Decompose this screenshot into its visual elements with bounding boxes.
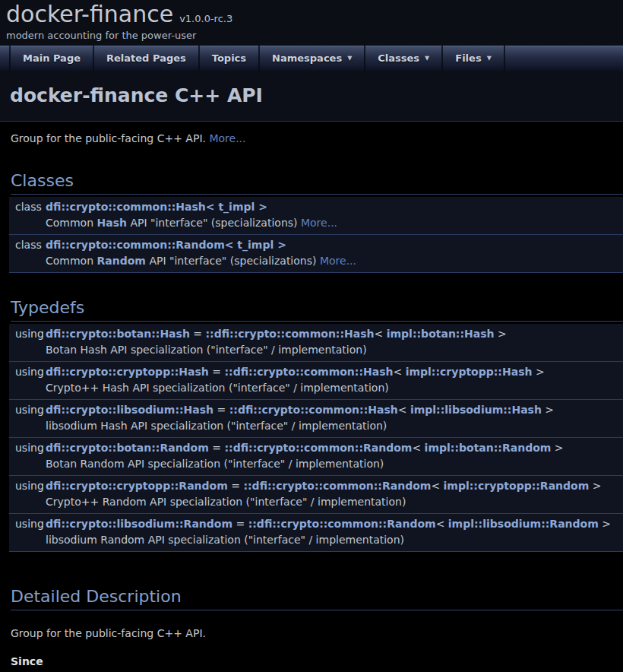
member-keyword: using xyxy=(9,362,46,381)
typedef-target-link[interactable]: ::dfi::crypto::common::Random xyxy=(248,518,436,530)
project-version: v1.0.0-rc.3 xyxy=(179,13,232,24)
nav-tab-classes[interactable]: Classes ▼ xyxy=(365,46,443,71)
more-link[interactable]: More... xyxy=(301,217,337,229)
typedef-tparam-link[interactable]: impl::libsodium::Hash xyxy=(410,404,542,416)
typedef-row: using dfi::crypto::cryptopp::Hash = ::df… xyxy=(9,362,623,381)
nav-tab-label: Namespaces xyxy=(272,52,342,64)
typedef-target-link[interactable]: ::dfi::crypto::common::Hash xyxy=(229,404,398,416)
typedef-tparam-link[interactable]: impl::botan::Hash xyxy=(387,328,495,340)
project-name-row: docker-financev1.0.0-rc.3 xyxy=(6,1,623,27)
since-section: Since docker-finance 1.0.0 xyxy=(11,655,623,672)
typedef-description: libsodium Random API specialization ("in… xyxy=(46,532,623,552)
chevron-down-icon: ▼ xyxy=(487,55,492,62)
typedef-desc-row: Crypto++ Hash API specialization ("inter… xyxy=(9,380,623,400)
class-description: Common Random API "interface" (specializ… xyxy=(46,253,623,273)
contents: Group for the public-facing C++ API. Mor… xyxy=(0,122,623,672)
typedef-description: libsodium Hash API specialization ("inte… xyxy=(46,418,623,438)
class-name-link[interactable]: dfi::crypto::common::Hash< t_impl > xyxy=(46,201,267,213)
nav-tab-related-pages[interactable]: Related Pages xyxy=(94,46,200,71)
typedef-row: using dfi::crypto::botan::Hash = ::dfi::… xyxy=(9,324,623,342)
typedef-name-link[interactable]: dfi::crypto::botan::Random xyxy=(46,442,209,454)
masthead: docker-financev1.0.0-rc.3 modern account… xyxy=(0,0,623,46)
class-desc-link[interactable]: Hash xyxy=(97,217,127,229)
chevron-down-icon: ▼ xyxy=(347,55,352,62)
member-keyword: using xyxy=(9,476,46,495)
typedef-row: using dfi::crypto::botan::Random = ::dfi… xyxy=(9,438,623,457)
more-link[interactable]: More... xyxy=(209,132,245,144)
typedef-description: Crypto++ Hash API specialization ("inter… xyxy=(46,380,623,400)
nav-tab-label: Files xyxy=(455,52,481,64)
more-link[interactable]: More... xyxy=(320,255,356,267)
classes-heading: Classes xyxy=(11,171,623,195)
class-row: class dfi::crypto::common::Hash< t_impl … xyxy=(9,197,623,215)
member-keyword: class xyxy=(9,235,46,254)
project-name: docker-finance xyxy=(6,1,173,27)
intro-text: Group for the public-facing C++ API. xyxy=(11,132,206,144)
main-nav: Main Page Related Pages Topics Namespace… xyxy=(0,46,623,71)
class-desc-row: Common Random API "interface" (specializ… xyxy=(9,253,623,273)
classes-table: class dfi::crypto::common::Hash< t_impl … xyxy=(9,197,623,273)
detailed-description-heading: Detailed Description xyxy=(11,587,623,610)
class-desc-link[interactable]: Random xyxy=(97,255,146,267)
class-description: Common Hash API "interface" (specializat… xyxy=(46,215,623,235)
detailed-description-text: Group for the public-facing C++ API. xyxy=(11,627,623,639)
typedef-row: using dfi::crypto::libsodium::Hash = ::d… xyxy=(9,400,623,419)
typedef-name-link[interactable]: dfi::crypto::botan::Hash xyxy=(46,328,190,340)
nav-tab-main-page[interactable]: Main Page xyxy=(9,46,94,71)
page-header: docker-finance C++ API xyxy=(0,71,623,122)
chevron-down-icon: ▼ xyxy=(425,55,429,62)
typedefs-table: using dfi::crypto::botan::Hash = ::dfi::… xyxy=(9,324,623,552)
typedef-target-link[interactable]: ::dfi::crypto::common::Hash xyxy=(224,366,393,378)
typedef-tparam-link[interactable]: impl::botan::Random xyxy=(425,442,552,454)
typedef-desc-row: libsodium Hash API specialization ("inte… xyxy=(9,418,623,438)
project-brief: modern accounting for the power-user xyxy=(6,30,623,41)
nav-tab-label: Topics xyxy=(212,52,246,64)
nav-tab-label: Related Pages xyxy=(106,52,186,64)
typedef-target-link[interactable]: ::dfi::crypto::common::Hash xyxy=(206,328,375,340)
class-name-link[interactable]: dfi::crypto::common::Random< t_impl > xyxy=(46,239,286,251)
typedef-target-link[interactable]: ::dfi::crypto::common::Random xyxy=(224,442,412,454)
nav-tab-namespaces[interactable]: Namespaces ▼ xyxy=(260,46,365,71)
typedef-desc-row: libsodium Random API specialization ("in… xyxy=(9,532,623,552)
page-title: docker-finance C++ API xyxy=(10,84,613,106)
member-keyword: using xyxy=(9,438,46,457)
member-keyword: using xyxy=(9,514,46,533)
typedef-desc-row: Botan Random API specialization ("interf… xyxy=(9,456,623,476)
nav-tab-label: Main Page xyxy=(23,52,81,64)
typedef-desc-row: Botan Hash API specialization ("interfac… xyxy=(9,342,623,362)
intro-paragraph: Group for the public-facing C++ API. Mor… xyxy=(11,132,623,146)
typedef-row: using dfi::crypto::cryptopp::Random = ::… xyxy=(9,476,623,495)
typedef-name-link[interactable]: dfi::crypto::cryptopp::Random xyxy=(46,480,228,492)
typedef-desc-row: Crypto++ Random API specialization ("int… xyxy=(9,494,623,514)
typedef-name-link[interactable]: dfi::crypto::libsodium::Hash xyxy=(46,404,213,416)
class-row: class dfi::crypto::common::Random< t_imp… xyxy=(9,235,623,254)
member-keyword: using xyxy=(9,400,46,419)
typedef-name-link[interactable]: dfi::crypto::libsodium::Random xyxy=(46,518,232,530)
member-keyword: class xyxy=(9,197,46,215)
typedef-row: using dfi::crypto::libsodium::Random = :… xyxy=(9,514,623,533)
since-label: Since xyxy=(11,655,623,667)
typedef-description: Crypto++ Random API specialization ("int… xyxy=(46,494,623,514)
typedef-tparam-link[interactable]: impl::libsodium::Random xyxy=(448,518,599,530)
typedef-tparam-link[interactable]: impl::cryptopp::Hash xyxy=(406,366,533,378)
nav-tab-label: Classes xyxy=(378,52,419,64)
typedefs-heading: Typedefs xyxy=(11,298,623,322)
nav-tab-topics[interactable]: Topics xyxy=(200,46,260,71)
typedef-description: Botan Hash API specialization ("interfac… xyxy=(46,342,623,362)
nav-tab-files[interactable]: Files ▼ xyxy=(443,46,505,71)
class-desc-row: Common Hash API "interface" (specializat… xyxy=(9,215,623,235)
typedef-target-link[interactable]: ::dfi::crypto::common::Random xyxy=(243,480,431,492)
typedef-tparam-link[interactable]: impl::cryptopp::Random xyxy=(444,480,590,492)
typedef-description: Botan Random API specialization ("interf… xyxy=(46,456,623,476)
typedef-name-link[interactable]: dfi::crypto::cryptopp::Hash xyxy=(46,366,209,378)
member-keyword: using xyxy=(9,324,46,342)
